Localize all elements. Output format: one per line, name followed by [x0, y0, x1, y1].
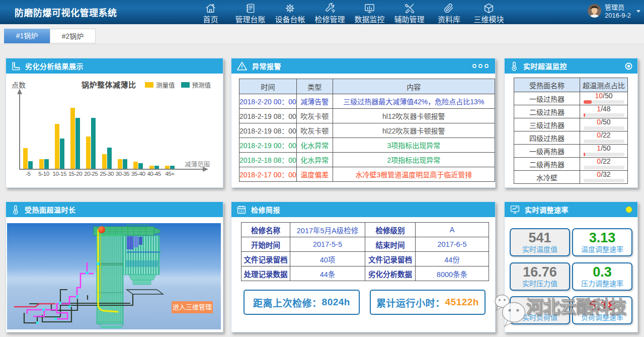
since-last-maintenance-box[interactable]: 距离上次检修：8024h: [244, 290, 360, 315]
overtemp-ratio-cell: 0/50: [580, 118, 628, 131]
tab-boiler-2[interactable]: #2锅炉: [50, 29, 96, 43]
briefing-value: 2017-5-5: [290, 237, 365, 252]
overtemp-row[interactable]: 一级过热器10/50: [514, 92, 628, 105]
briefing-value: 44条: [290, 266, 365, 281]
nav-item-7[interactable]: 资料库: [429, 0, 469, 24]
stat-box-1[interactable]: 541实时温度值: [510, 228, 570, 256]
stat-box-5[interactable]: 实时负荷值: [510, 296, 570, 324]
chart-bar: [70, 108, 75, 169]
overtemp-row[interactable]: 三级过热器0/50: [514, 118, 628, 131]
overtemp-count: 0: [597, 157, 601, 165]
overtemp-body: 受热面名称超温测点占比 一级过热器10/50二级过热器1/48三级过热器0/50…: [505, 74, 637, 187]
alarm-row[interactable]: 2018-2-19 08：00吹灰卡顿hl12吹灰器卡顿报警: [239, 109, 495, 123]
alarm-content: hl22吹灰器卡顿报警: [333, 123, 495, 138]
briefing-value: 2017-6-5: [416, 237, 489, 252]
chart-bar: [118, 159, 122, 169]
overtemp-ratio-cell: 0/32: [580, 171, 628, 184]
stat-box-3[interactable]: 16.76实时压力值: [510, 262, 570, 291]
briefing-label: 文件记录留档: [242, 252, 290, 266]
chevron-down-icon[interactable]: [636, 10, 640, 13]
overtemp-row[interactable]: 一级再热器1/50: [514, 145, 628, 158]
stat-box-2[interactable]: 3.13温度调整速率: [572, 228, 632, 256]
nav-item-4[interactable]: 检修管理: [310, 0, 350, 24]
alarm-type: 减薄告警: [296, 94, 333, 109]
panel-overtemp-duration-3d: 受热面超温时长: [6, 201, 223, 332]
nav-item-5[interactable]: 数据监控: [350, 0, 389, 24]
chart-bar: [91, 118, 96, 169]
overtemp-table-head: 受热面名称超温测点占比: [514, 78, 628, 92]
alarm-row[interactable]: 2018-2-18 08：00化水异常2项指标出现异常: [239, 153, 495, 167]
nav-item-8[interactable]: 三维模块: [469, 0, 509, 24]
briefing-value: 44份: [416, 252, 489, 266]
overtemp-row[interactable]: 四级过热器0/22: [514, 131, 628, 145]
alarm-row[interactable]: 2018-2-19 00：00化水异常3项指标出现异常: [239, 138, 495, 153]
overtemp-progress-track: [584, 166, 624, 169]
nav-item-6[interactable]: 辅助管理: [389, 0, 429, 24]
panel-briefing-header: 检修简报: [231, 202, 495, 217]
overtemp-ratio: 10/50: [580, 92, 627, 100]
overtemp-ratio: 0/22: [580, 158, 627, 165]
boiler-3d-view[interactable]: [7, 223, 221, 329]
alarm-col-header: 内容: [333, 79, 495, 94]
briefing-value: 40项: [290, 252, 365, 266]
chart-bar: [133, 162, 138, 169]
panel-maintenance-briefing: 检修简报 检修名称2017年5月A级检修检修级别A开始时间2017-5-5结束时…: [231, 201, 496, 332]
cube-icon: [483, 3, 495, 14]
rates-body: 541实时温度值3.13温度调整速率16.76实时压力值0.3压力调整速率实时负…: [505, 217, 637, 332]
surface-name: 水冷壁: [514, 171, 580, 184]
overtemp-row[interactable]: 二级再热器0/22: [514, 158, 628, 171]
overtemp-ratio: 0/50: [580, 118, 627, 126]
legend-swatch: [181, 82, 190, 88]
tab-boiler-1[interactable]: #1锅炉: [4, 29, 50, 43]
nav-item-2[interactable]: 管理台账: [230, 0, 270, 24]
app-title: 防磨防爆可视化管理系统: [15, 6, 117, 19]
avatar-photo: [588, 4, 601, 18]
overtemp-row[interactable]: 水冷壁0/32: [514, 171, 628, 184]
nav-item-label: 数据监控: [354, 14, 384, 24]
radio-dot-icon[interactable]: [625, 62, 632, 70]
panel-title: 异常报警: [252, 61, 281, 71]
overtemp-row[interactable]: 二级过热器1/48: [514, 105, 628, 118]
briefing-label: 检修名称: [242, 223, 290, 237]
ruler-icon: [11, 61, 21, 71]
monitor-chart-icon: [510, 205, 520, 215]
panel-degradation-analysis: 劣化分析结果展示 点数 锅炉整体减薄比 测量值预测值 减薄范围 -55-1010…: [6, 58, 223, 188]
stat-value: [511, 298, 569, 313]
briefing-label: 检修级别: [365, 223, 416, 237]
briefing-label: 劣化分析数据: [365, 266, 416, 281]
avatar[interactable]: [588, 4, 601, 18]
chart-bar: [138, 163, 143, 169]
thinning-bar-chart: 点数 锅炉整体减薄比 测量值预测值 减薄范围 -55-1010-1515-202…: [6, 74, 223, 187]
alarm-row[interactable]: 2018-2-20 00：00减薄告警三级过热器最大减薄值42%，危险点占比13…: [239, 94, 495, 109]
overtemp-col-header: 受热面名称: [514, 78, 580, 92]
briefing-row: 检修名称2017年5月A级检修检修级别A: [242, 223, 489, 237]
enter-3d-button[interactable]: 进入三维管理: [172, 301, 213, 313]
overtemp-count: 1: [597, 105, 601, 113]
nav-item-1[interactable]: 首页: [191, 0, 230, 24]
user-box[interactable]: 管理员 2016-9-2: [584, 0, 644, 24]
briefing-body: 检修名称2017年5月A级检修检修级别A开始时间2017-5-5结束时间2017…: [231, 217, 495, 332]
legend-label: 测量值: [156, 80, 175, 90]
warning-icon: [236, 61, 248, 71]
total-running-hours-label: 累计运行小时：: [376, 296, 445, 309]
nav-item-label: 三维模块: [473, 14, 504, 24]
more-dots-icon[interactable]: [472, 63, 490, 69]
overtemp-count: 0: [597, 118, 601, 126]
stat-box-4[interactable]: 0.3压力调整速率: [572, 262, 632, 291]
briefing-value: 8000条条: [416, 266, 489, 281]
overtemp-table: 受热面名称超温测点占比 一级过热器10/50二级过热器1/48三级过热器0/50…: [514, 78, 628, 184]
stat-box-6[interactable]: 5.18负荷调整速率: [572, 296, 632, 324]
alarm-time: 2018-2-19 00：00: [239, 138, 297, 153]
chart-bar: [165, 166, 170, 169]
total-running-hours-box[interactable]: 累计运行小时：45122h: [370, 290, 486, 315]
yellow-status-dot[interactable]: [625, 206, 632, 213]
alarm-row[interactable]: 2018-2-17 00：00温度偏差水冷壁3根管道温度明显高于临近管排: [239, 167, 495, 182]
nav-item-label: 检修管理: [314, 14, 345, 24]
panel-title: 实时调整速率: [525, 205, 569, 215]
panel-alarm-header: 异常报警: [231, 58, 495, 74]
chart-bar: [102, 154, 107, 169]
nav-item-3[interactable]: 设备台帐: [270, 0, 310, 24]
alarm-row[interactable]: 2018-2-19 08：00吹灰卡顿hl22吹灰器卡顿报警: [239, 123, 495, 138]
wrench-icon: [324, 3, 336, 14]
boiler-tabbar: #1锅炉#2锅炉: [0, 24, 644, 44]
